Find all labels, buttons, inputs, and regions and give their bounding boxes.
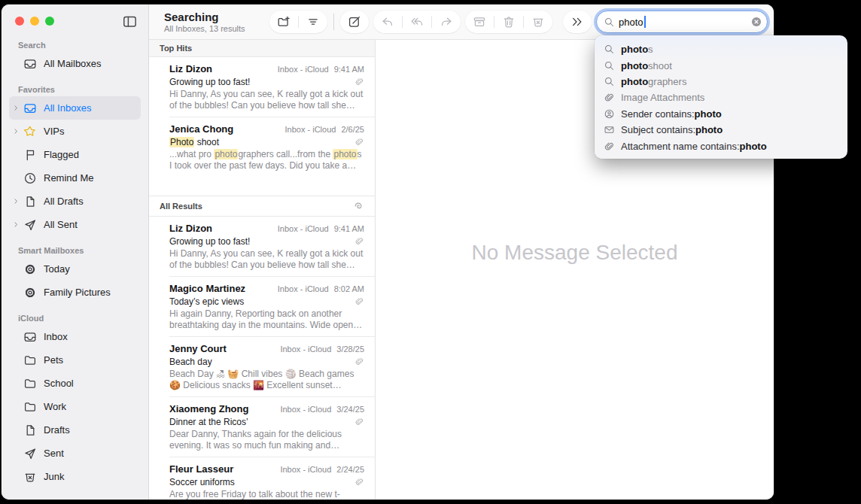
suggestion-text: photo: [621, 44, 648, 55]
message-row[interactable]: Jenica ChongInbox - iCloud2/6/25Photo sh…: [149, 117, 375, 177]
message-row[interactable]: Liz DizonInbox - iCloud9:41 AMGrowing up…: [149, 57, 375, 117]
message-time: 9:41 AM: [334, 224, 364, 233]
paperclip-icon: [604, 92, 616, 103]
sidebar-item-all-mailboxes[interactable]: All Mailboxes: [9, 52, 141, 75]
suggestion-item[interactable]: Image Attachments: [595, 90, 847, 105]
suggestion-item[interactable]: Sender contains: photo: [595, 106, 847, 122]
message-preview: Hi Danny, As you can see, K really got a…: [169, 89, 364, 111]
page-subtitle: All Inboxes, 13 results: [164, 24, 269, 34]
subject-text: Photo: [169, 137, 194, 147]
reply-button[interactable]: [373, 11, 402, 32]
sidebar-item-family-pictures[interactable]: Family Pictures: [9, 281, 141, 304]
attachment-icon: [354, 477, 364, 487]
envelope-icon: [604, 124, 616, 135]
paperplane-icon: [23, 218, 38, 232]
message-row[interactable]: Xiaomeng ZhongInbox - iCloud3/24/25Dinne…: [149, 397, 375, 457]
forward-button[interactable]: [432, 11, 461, 32]
sidebar-item-sent[interactable]: Sent: [9, 442, 141, 465]
suggestion-item[interactable]: photos: [595, 41, 847, 57]
sidebar-item-all-inboxes[interactable]: All Inboxes: [9, 96, 141, 120]
sidebar-item-all-drafts[interactable]: All Drafts: [9, 190, 141, 213]
suggestion-item[interactable]: photographers: [595, 74, 847, 90]
sidebar-item-label: School: [44, 378, 74, 389]
list-section-label: All Results: [160, 202, 202, 211]
message-preview: Beach Day 🏖 🧺 Chill vibes 🏐 Beach games …: [169, 369, 364, 390]
clear-search-button[interactable]: [750, 16, 762, 28]
message-subject: Today’s epic views: [169, 296, 354, 307]
sidebar-section: SearchAll Mailboxes: [2, 41, 148, 75]
sender-name: Jenica Chong: [169, 123, 279, 135]
sidebar-item-remind-me[interactable]: Remind Me: [9, 166, 141, 190]
new-mailbox-button[interactable]: [269, 11, 298, 32]
message-header-line: Fleur LasseurInbox - iCloud2/24/25: [169, 463, 364, 475]
attachment-icon: [354, 77, 364, 87]
attachment-icon: [354, 296, 364, 306]
suggestion-item[interactable]: Attachment name contains: photo: [595, 138, 847, 153]
sidebar-section: iCloudInboxPetsSchoolWorkDraftsSentJunk: [2, 314, 148, 488]
sidebar-item-school[interactable]: School: [9, 372, 141, 395]
sidebar-item-junk[interactable]: Junk: [9, 465, 141, 488]
sidebar-item-drafts[interactable]: Drafts: [9, 418, 141, 442]
chevron-right-icon: [12, 174, 23, 183]
star-icon: [23, 125, 38, 138]
sidebar-toggle-icon[interactable]: [122, 14, 138, 29]
message-row[interactable]: Fleur LasseurInbox - iCloud2/24/25Soccer…: [149, 457, 375, 499]
message-preview: Dear Danny, Thanks again for the delicio…: [169, 429, 364, 451]
message-subject-line: Growing up too fast!: [169, 235, 364, 247]
inbox-tray-icon: [23, 57, 38, 71]
sidebar-item-all-sent[interactable]: All Sent: [9, 213, 141, 236]
folder-icon: [23, 400, 38, 414]
attachment-icon: [354, 357, 364, 366]
more-toolbar-items-button[interactable]: [563, 11, 592, 32]
message-header-line: Magico MartinezInbox - iCloud8:02 AM: [169, 283, 364, 294]
sidebar-item-label: Inbox: [44, 331, 68, 342]
paperclip-icon: [604, 141, 616, 152]
message-subject: Beach day: [169, 357, 354, 367]
sidebar-item-label: Today: [44, 263, 70, 275]
message-subject: Soccer uniforms: [169, 477, 354, 487]
preview-text: photo: [214, 149, 238, 159]
message-header-line: Jenica ChongInbox - iCloud2/6/25: [169, 123, 364, 135]
minimize-button[interactable]: [30, 17, 39, 26]
doc-icon: [23, 424, 38, 437]
sidebar-item-work[interactable]: Work: [9, 395, 141, 418]
compose-button[interactable]: [340, 11, 369, 32]
sender-name: Xiaomeng Zhong: [169, 403, 274, 414]
search-query-text: photo: [619, 17, 643, 28]
search-input[interactable]: photo: [596, 11, 768, 33]
message-row[interactable]: Jenny CourtInbox - iCloud3/28/25Beach da…: [149, 337, 375, 396]
sidebar-item-label: Pets: [44, 354, 63, 366]
junk-button[interactable]: [524, 11, 552, 32]
message-preview: Are you free Friday to talk about the ne…: [169, 489, 364, 499]
zoom-button[interactable]: [45, 17, 54, 26]
sidebar-item-today[interactable]: Today: [9, 257, 141, 281]
desktop-background: SearchAll MailboxesFavoritesAll InboxesV…: [0, 0, 861, 504]
message-preview: Hi Danny, As you can see, K really got a…: [169, 248, 364, 270]
message-subject-line: Beach day: [169, 356, 364, 367]
trash-button[interactable]: [494, 11, 523, 32]
suggestion-item[interactable]: Subject contains: photo: [595, 122, 847, 138]
close-button[interactable]: [15, 17, 24, 26]
attachment-icon: [354, 236, 364, 246]
mailbox-label: Inbox - iCloud: [285, 125, 336, 134]
chevron-right-icon: [12, 265, 23, 274]
message-row[interactable]: Liz DizonInbox - iCloud9:41 AMGrowing up…: [149, 217, 375, 276]
message-row[interactable]: Magico MartinezInbox - iCloud8:02 AMToda…: [149, 277, 375, 336]
mailbox-label: Inbox - iCloud: [278, 224, 329, 233]
message-subject-line: Growing up too fast!: [169, 76, 364, 87]
sidebar-item-flagged[interactable]: Flagged: [9, 143, 141, 166]
sidebar-item-pets[interactable]: Pets: [9, 348, 141, 372]
inbox-tray-icon: [23, 102, 38, 115]
mailbox-label: Inbox - iCloud: [278, 284, 329, 293]
suggestion-text: photo: [621, 76, 648, 87]
filter-button[interactable]: [299, 11, 327, 32]
sidebar-item-label: Work: [44, 401, 66, 412]
message-list: Top HitsLiz DizonInbox - iCloud9:41 AMGr…: [149, 40, 376, 499]
sidebar-item-vips[interactable]: VIPs: [9, 120, 141, 143]
archive-button[interactable]: [465, 11, 494, 32]
suggestion-item[interactable]: photo shoot: [595, 57, 847, 73]
list-section-header: All Results: [149, 196, 375, 217]
sidebar-item-inbox[interactable]: Inbox: [9, 325, 141, 348]
inbox-tray-icon: [23, 330, 38, 344]
reply-all-button[interactable]: [403, 11, 431, 32]
